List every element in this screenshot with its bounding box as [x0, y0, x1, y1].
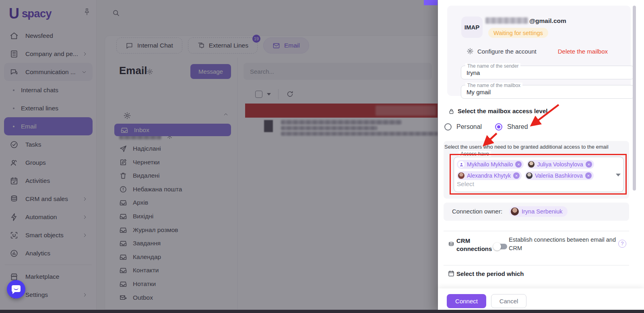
user-chip-name: Alexandra Khytyk [467, 172, 511, 179]
divider [444, 231, 629, 231]
radio-personal[interactable]: Personal [444, 123, 482, 131]
gear-icon [466, 48, 474, 55]
divider [444, 265, 629, 265]
support-chat-fab[interactable] [7, 280, 25, 298]
avatar [526, 172, 533, 179]
window-bottom-edge [0, 310, 644, 313]
radio-circle [444, 123, 452, 131]
remove-user-icon[interactable]: × [513, 172, 520, 179]
uspacy-app: U spacy NewsfeedCompany and pe...Communi… [0, 0, 644, 313]
drawer-scrollbar[interactable] [633, 6, 636, 191]
field-label: The name of the mailbox [465, 83, 522, 88]
remove-user-icon[interactable]: × [586, 161, 592, 168]
hidden-button-edge [424, 0, 438, 5]
connect-button[interactable]: Connect [447, 294, 486, 308]
drawer-footer: Connect Cancel [438, 288, 644, 310]
field-label: The name of the sender [465, 63, 520, 69]
dropdown-caret-icon[interactable] [616, 174, 621, 176]
toggle-knob [493, 243, 501, 251]
access-have-legend: Access have [458, 151, 491, 157]
user-chip-name: Mykhailo Mykhailo [467, 161, 513, 168]
help-icon[interactable]: ? [618, 240, 626, 248]
user-chip-name: Juliya Voloshylova [537, 161, 583, 168]
crm-connections-toggle[interactable] [494, 244, 507, 249]
radio-label: Shared [507, 123, 528, 131]
avatar [458, 172, 464, 179]
user-chip: Mykhailo Mykhailo× [457, 160, 524, 169]
user-chip: Juliya Voloshylova× [527, 160, 594, 169]
user-chip: Valeriia Bashkirova× [525, 171, 594, 180]
users-access-hint: Select the users who need to be granted … [444, 144, 626, 150]
selected-users-chips: Mykhailo Mykhailo×Juliya Voloshylova×Ale… [457, 160, 618, 180]
owner-name: Iryna Serbeniuk [522, 208, 563, 215]
radio-shared[interactable]: Shared [495, 123, 528, 131]
account-name-redacted [485, 17, 528, 24]
user-chip: Alexandra Khytyk× [457, 171, 522, 180]
avatar [511, 207, 519, 216]
avatar [528, 161, 535, 168]
field-value: Iryna [466, 69, 480, 76]
mailbox-name-field[interactable]: The name of the mailbox My gmail [461, 85, 634, 99]
mailbox-settings-drawer: IMAP @gmail.com Waiting for settings Con… [438, 0, 644, 313]
remove-user-icon[interactable]: × [515, 161, 522, 168]
cancel-button[interactable]: Cancel [491, 294, 526, 308]
person-icon [458, 161, 464, 168]
remove-user-icon[interactable]: × [585, 172, 592, 179]
access-level-title: Select the mailbox access level [458, 108, 547, 114]
chat-bubble-tail [12, 292, 15, 294]
status-badge: Waiting for settings [488, 28, 548, 38]
modal-dim-overlay [0, 0, 438, 313]
crm-connections-title: CRM connections [456, 237, 495, 253]
select-placeholder: Select [457, 180, 474, 188]
calendar-icon [448, 270, 455, 277]
account-header-card: IMAP @gmail.com Waiting for settings Con… [447, 6, 631, 96]
radio-circle-checked [495, 123, 502, 131]
field-value: My gmail [466, 89, 491, 95]
connection-owner-band: Connection owner: Iryna Serbeniuk [444, 203, 629, 221]
sender-name-field[interactable]: The name of the sender Iryna [461, 66, 634, 79]
account-email-domain: @gmail.com [529, 17, 566, 25]
crm-stack-icon [448, 241, 455, 248]
radio-label: Personal [456, 123, 482, 131]
lock-icon [448, 108, 455, 115]
configure-account-link[interactable]: Configure the account [477, 48, 537, 55]
protocol-badge: IMAP [461, 17, 483, 38]
connection-owner-label: Connection owner: [452, 208, 502, 215]
delete-mailbox-link[interactable]: Delete the mailbox [558, 48, 608, 55]
crm-connections-description: Establish connections between email and … [509, 236, 622, 253]
user-chip-name: Valeriia Bashkirova [535, 172, 583, 179]
period-title: Select the period which [456, 270, 524, 277]
owner-chip[interactable]: Iryna Serbeniuk [509, 206, 568, 217]
